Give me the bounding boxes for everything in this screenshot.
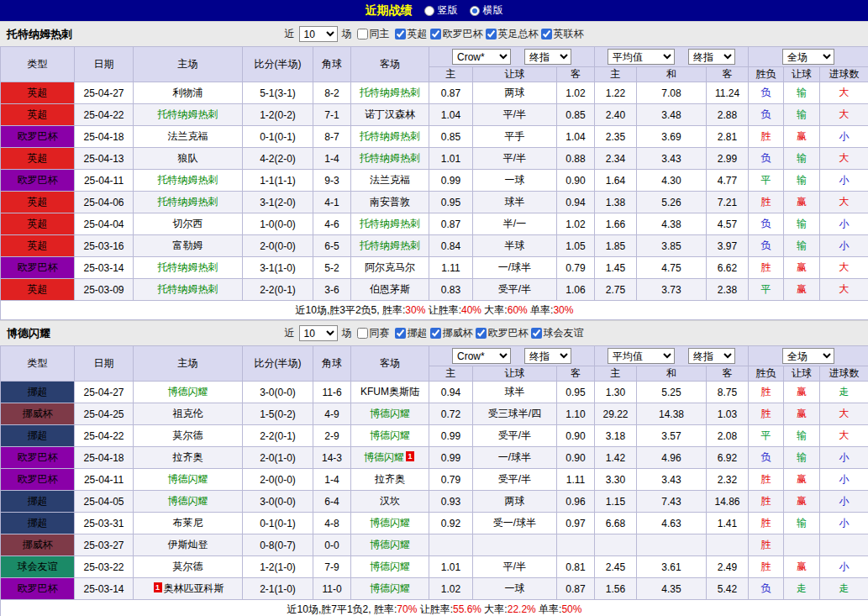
odds-home: 1.02 bbox=[429, 578, 473, 600]
same-filter[interactable]: 同赛 bbox=[356, 326, 390, 340]
league-filter-label: 英足总杯 bbox=[498, 27, 539, 41]
result-handicap: 赢 bbox=[784, 403, 820, 425]
result-handicap: 输 bbox=[784, 447, 820, 469]
odds-away: 0.90 bbox=[557, 170, 595, 192]
result-handicap: 赢 bbox=[784, 257, 820, 279]
home-team: 利物浦 bbox=[134, 82, 243, 104]
league-filter-挪超[interactable]: 挪超 bbox=[394, 326, 428, 340]
avg-draw: 3.73 bbox=[637, 279, 707, 301]
league-checkbox[interactable] bbox=[430, 328, 441, 339]
away-team: 伯恩茅斯 bbox=[351, 279, 429, 301]
league-filter-球会友谊[interactable]: 球会友谊 bbox=[530, 326, 584, 340]
league-checkbox[interactable] bbox=[531, 328, 542, 339]
league-checkbox[interactable] bbox=[395, 29, 406, 39]
same-filter[interactable]: 同主 bbox=[356, 27, 390, 41]
match-date: 25-03-16 bbox=[75, 235, 134, 257]
recent-count-select[interactable]: 10 bbox=[299, 26, 338, 42]
final-odds-select-2[interactable]: 终指 bbox=[688, 348, 735, 364]
result-outcome: 负 bbox=[749, 82, 784, 104]
handicap-line: 受三球半/四 bbox=[473, 403, 557, 425]
avg-away: 1.41 bbox=[707, 513, 749, 534]
avg-away bbox=[707, 534, 749, 556]
match-row: 欧罗巴杯25-03-14托特纳姆热刺3-1(1-0)5-2阿尔克马尔1.11一/… bbox=[1, 257, 868, 279]
average-select[interactable]: 平均值 bbox=[608, 49, 675, 65]
league-checkbox[interactable] bbox=[395, 328, 406, 339]
avg-draw: 4.63 bbox=[637, 513, 707, 534]
summary-stat-label: 让胜率: bbox=[417, 603, 453, 615]
match-score: 5-1(3-1) bbox=[243, 82, 313, 104]
league-checkbox[interactable] bbox=[486, 29, 497, 39]
match-row: 欧罗巴杯25-04-11托特纳姆热刺1-1(1-1)9-3法兰克福0.99一球0… bbox=[1, 170, 868, 192]
results-table: 类型 日期 主场 比分(半场) 角球 客场 Crow* 终指 平均值 bbox=[0, 345, 868, 616]
match-date: 25-04-22 bbox=[75, 104, 134, 126]
recent-count-select[interactable]: 10 bbox=[299, 325, 338, 341]
match-score: 0-1(0-1) bbox=[243, 513, 313, 534]
bookmaker-select[interactable]: Crow* bbox=[452, 348, 511, 364]
league-checkbox[interactable] bbox=[476, 328, 487, 339]
away-team: 汉坎 bbox=[351, 491, 429, 513]
result-outcome: 胜 bbox=[749, 192, 784, 213]
away-team-name: 南安普敦 bbox=[370, 196, 410, 208]
same-filter-checkbox[interactable] bbox=[357, 328, 368, 339]
league-filter-英足总杯[interactable]: 英足总杯 bbox=[485, 27, 539, 41]
col-date: 日期 bbox=[75, 47, 134, 82]
results-body: 英超25-04-27利物浦5-1(3-1)8-2托特纳姆热刺0.87两球1.02… bbox=[1, 82, 868, 301]
avg-draw: 3.43 bbox=[637, 469, 707, 491]
handicap-line: 球半 bbox=[473, 382, 557, 403]
avg-away: 14.86 bbox=[707, 491, 749, 513]
league-filter-欧罗巴杯[interactable]: 欧罗巴杯 bbox=[429, 27, 483, 41]
col-goals: 进球数 bbox=[820, 67, 868, 82]
league-filter-欧罗巴杯[interactable]: 欧罗巴杯 bbox=[475, 326, 529, 340]
result-handicap: 输 bbox=[784, 82, 820, 104]
league-checkboxes: 挪超挪威杯欧罗巴杯球会友谊 bbox=[394, 326, 584, 340]
odds-home: 0.85 bbox=[429, 126, 473, 148]
away-team: 诺丁汉森林 bbox=[351, 104, 429, 126]
result-goals: 大 bbox=[820, 148, 868, 170]
section-header-bar: 博德闪耀 近 10 场 同赛 挪超挪威杯欧罗巴杯球会友谊 bbox=[0, 320, 868, 345]
match-row: 英超25-03-09托特纳姆热刺2-2(0-1)3-6伯恩茅斯0.83受平/半1… bbox=[1, 279, 868, 301]
games-label: 场 bbox=[342, 27, 352, 41]
scope-select[interactable]: 全场 bbox=[782, 49, 834, 65]
result-outcome: 负 bbox=[749, 104, 784, 126]
final-odds-select[interactable]: 终指 bbox=[524, 49, 571, 65]
avg-draw: 3.57 bbox=[637, 425, 707, 447]
avg-draw: 3.69 bbox=[637, 126, 707, 148]
league-checkbox[interactable] bbox=[541, 29, 552, 39]
bookmaker-select[interactable]: Crow* bbox=[452, 49, 511, 65]
match-score: 3-0(0-0) bbox=[243, 491, 313, 513]
odds-away: 0.94 bbox=[557, 192, 595, 213]
league-filter-英超[interactable]: 英超 bbox=[394, 27, 428, 41]
horizontal-layout-radio[interactable] bbox=[470, 6, 480, 16]
home-team: 莫尔德 bbox=[134, 556, 243, 578]
league-badge: 挪超 bbox=[1, 491, 75, 513]
league-checkbox[interactable] bbox=[430, 29, 441, 39]
match-score: 3-0(0-0) bbox=[243, 382, 313, 403]
corner-score: 3-6 bbox=[313, 279, 351, 301]
home-team-name: 布莱尼 bbox=[173, 517, 203, 529]
away-team-name: 博德闪耀 bbox=[370, 582, 410, 594]
handicap-line: 两球 bbox=[473, 82, 557, 104]
final-odds-select[interactable]: 终指 bbox=[524, 348, 571, 364]
handicap-line: 半/一 bbox=[473, 213, 557, 235]
corner-score: 4-1 bbox=[313, 192, 351, 213]
layout-option-horizontal[interactable]: 横版 bbox=[470, 3, 503, 18]
record-summary: 近10场,胜3平2负5, 胜率:30% 让胜率:40% 大率:60% 单率:30… bbox=[1, 301, 868, 320]
result-handicap: 赢 bbox=[784, 382, 820, 403]
odds-away: 1.10 bbox=[557, 403, 595, 425]
scope-select[interactable]: 全场 bbox=[782, 348, 834, 364]
result-handicap: 输 bbox=[784, 513, 820, 534]
average-select[interactable]: 平均值 bbox=[608, 348, 675, 364]
league-badge: 挪超 bbox=[1, 513, 75, 534]
away-team: 南安普敦 bbox=[351, 192, 429, 213]
result-goals: 大 bbox=[820, 257, 868, 279]
vertical-layout-radio[interactable] bbox=[424, 6, 434, 16]
layout-option-vertical[interactable]: 竖版 bbox=[424, 3, 458, 18]
handicap-line: 一/球半 bbox=[473, 257, 557, 279]
same-filter-checkbox[interactable] bbox=[357, 29, 368, 39]
corner-score: 1-4 bbox=[313, 469, 351, 491]
match-row: 挪威杯25-03-27伊斯灿登0-8(0-7)0-0博德闪耀胜 bbox=[1, 534, 868, 556]
league-filter-英联杯[interactable]: 英联杯 bbox=[540, 27, 584, 41]
league-filter-挪威杯[interactable]: 挪威杯 bbox=[429, 326, 473, 340]
final-odds-select-2[interactable]: 终指 bbox=[688, 49, 735, 65]
match-date: 25-03-27 bbox=[75, 534, 134, 556]
